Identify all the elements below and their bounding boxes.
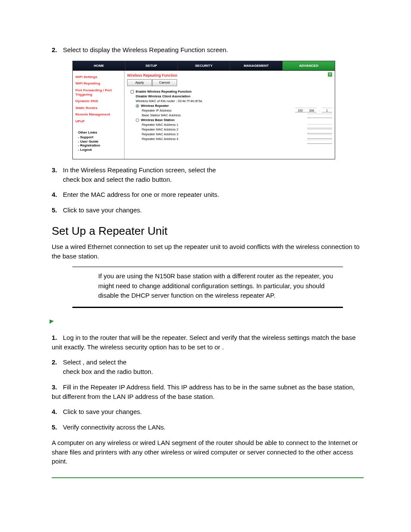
step-b4: 4.Click to save your changes.: [52, 407, 364, 417]
step-a3: 3.In the Wireless Repeating Function scr…: [52, 165, 364, 184]
step-a2-num: 2.: [52, 45, 63, 55]
section-heading: Set Up a Repeater Unit: [52, 224, 364, 238]
repeater-mac3: Repeater MAC Address 3: [142, 132, 332, 136]
mac4-input[interactable]: [307, 140, 332, 144]
tab-home[interactable]: HOME: [73, 61, 125, 70]
other-user-guide[interactable]: - User Guide: [78, 140, 121, 144]
radio-icon[interactable]: [136, 104, 139, 108]
other-support[interactable]: - Support: [78, 135, 121, 140]
step-b2-num: 2.: [52, 358, 63, 367]
step-b4-num: 4.: [52, 407, 63, 417]
repeater-mac4: Repeater MAC Address 4: [142, 137, 332, 141]
mac2-input[interactable]: [307, 129, 332, 134]
other-logout[interactable]: - Logout: [78, 148, 121, 152]
repeater-mac2: Repeater MAC Address 2: [142, 128, 332, 131]
intro-para: Use a wired Ethernet connection to set u…: [52, 242, 364, 261]
help-icon[interactable]: ?: [328, 72, 332, 77]
sidebar-item-remote-management[interactable]: Remote Management: [75, 112, 121, 117]
step-a3-num: 3.: [52, 165, 63, 175]
sidebar-item-dynamic-dns[interactable]: Dynamic DNS: [75, 99, 121, 103]
sidebar-item-port-forwarding[interactable]: Port Forwarding / Port Triggering: [75, 88, 121, 96]
note-text: If you are using the N150R base station …: [72, 267, 343, 307]
step-b1-num: 1.: [52, 333, 63, 342]
arrow-icon: [50, 319, 54, 324]
mac1-input[interactable]: [307, 124, 332, 128]
procedure-marker: [52, 317, 364, 325]
checkbox-icon[interactable]: [131, 90, 134, 93]
sidebar-item-wifi-settings[interactable]: WiFi Settings: [75, 75, 121, 79]
tail-para: A computer on any wireless or wired LAN …: [52, 438, 364, 466]
step-a5-num: 5.: [52, 205, 63, 215]
tab-management[interactable]: MANAGEMENT: [230, 61, 283, 70]
pane-title: Wireless Repeating Function: [127, 73, 332, 78]
step-b5: 5.Verify connectivity across the LANs.: [52, 423, 364, 432]
step-a5: 5.Click to save your changes.: [52, 205, 364, 215]
step-b3: 3.Fill in the Repeater IP Address field.…: [52, 383, 364, 401]
tab-advanced[interactable]: ADVANCED: [283, 61, 335, 70]
tab-setup[interactable]: SETUP: [125, 61, 178, 70]
sidebar-item-static-routes[interactable]: Static Routes: [75, 106, 121, 110]
mac-of-router: Wireless MAC of this router : 20:4e:7f:4…: [136, 99, 332, 103]
step-a4-num: 4.: [52, 190, 63, 199]
enable-repeating-row[interactable]: Enable Wireless Repeating Function: [131, 90, 332, 93]
mac3-input[interactable]: [307, 134, 332, 139]
base-mac-input[interactable]: [307, 114, 332, 118]
radio-icon[interactable]: [136, 118, 139, 122]
base-mac-label: Base Station MAC Address: [142, 113, 332, 117]
step-a2-body: Select to display the Wireless Repeating…: [63, 46, 228, 53]
ip-dot: .: [318, 108, 321, 112]
tab-bar: HOME SETUP SECURITY MANAGEMENT ADVANCED: [73, 61, 335, 71]
step-a2: 2.Select to display the Wireless Repeati…: [52, 45, 364, 55]
cancel-button[interactable]: Cancel: [152, 79, 177, 86]
note-box: If you are using the N150R base station …: [72, 267, 343, 308]
sidebar-item-wifi-repeating[interactable]: WiFi Repeating: [75, 81, 121, 86]
step-b2: 2.Select , and select the check box and …: [52, 358, 364, 376]
repeater-ip-fields: 192 168 . 1: [295, 108, 332, 112]
router-screenshot: HOME SETUP SECURITY MANAGEMENT ADVANCED …: [72, 61, 335, 159]
sidebar: WiFi Settings WiFi Repeating Port Forwar…: [73, 71, 125, 159]
wireless-repeater-radio[interactable]: Wireless Repeater: [136, 104, 332, 108]
step-a4: 4.Enter the MAC address for one or more …: [52, 190, 364, 199]
disable-client-row: Disable Wireless Client Association: [131, 94, 332, 98]
wireless-base-radio[interactable]: Wireless Base Station: [136, 118, 332, 122]
ip-octet-2[interactable]: 168: [306, 108, 317, 112]
footer-rule: [52, 477, 364, 478]
ip-octet-1[interactable]: 192: [295, 108, 305, 112]
content-pane: ? Wireless Repeating Function Apply Canc…: [125, 71, 335, 159]
other-registration[interactable]: - Registration: [78, 143, 121, 148]
apply-button[interactable]: Apply: [127, 79, 152, 86]
step-b1: 1.Log in to the router that will be the …: [52, 333, 364, 352]
tab-security[interactable]: SECURITY: [178, 61, 230, 70]
other-links-header: Other Links: [78, 131, 121, 135]
step-b3-num: 3.: [52, 383, 63, 392]
sidebar-item-upnp[interactable]: UPnP: [75, 119, 121, 124]
step-b5-num: 5.: [52, 423, 63, 432]
ip-octet-4[interactable]: 1: [322, 108, 332, 112]
repeater-mac1: Repeater MAC Address 1: [142, 123, 332, 127]
